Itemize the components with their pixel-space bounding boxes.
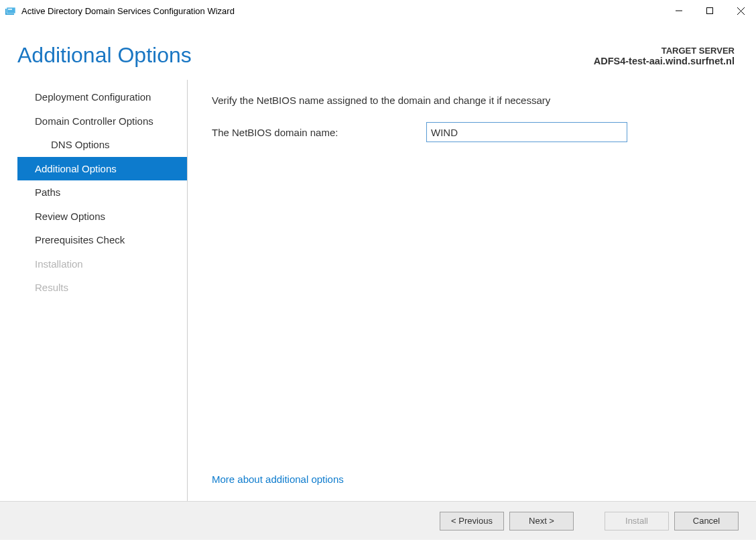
sidebar-item-installation: Installation	[17, 252, 187, 276]
wizard-steps-sidebar: Deployment Configuration Domain Controll…	[17, 80, 188, 501]
netbios-field-row: The NetBIOS domain name:	[212, 122, 735, 142]
sidebar-item-domain-controller-options[interactable]: Domain Controller Options	[17, 109, 187, 133]
svg-rect-1	[7, 7, 15, 13]
install-button: Install	[605, 512, 669, 531]
sidebar-item-paths[interactable]: Paths	[17, 180, 187, 205]
wizard-content: Verify the NetBIOS name assigned to the …	[188, 80, 756, 501]
target-server-block: TARGET SERVER ADFS4-test-aai.wind.surfne…	[594, 43, 735, 66]
wizard-header: Additional Options TARGET SERVER ADFS4-t…	[0, 21, 756, 80]
app-icon	[5, 5, 16, 16]
instruction-text: Verify the NetBIOS name assigned to the …	[212, 95, 735, 106]
sidebar-item-dns-options[interactable]: DNS Options	[17, 133, 187, 157]
sidebar-item-deployment-configuration[interactable]: Deployment Configuration	[17, 85, 187, 109]
wizard-footer: < Previous Next > Install Cancel	[0, 501, 756, 540]
target-server-label: TARGET SERVER	[594, 46, 735, 56]
wizard-body: Deployment Configuration Domain Controll…	[0, 80, 756, 501]
sidebar-item-additional-options[interactable]: Additional Options	[17, 157, 187, 181]
titlebar: Active Directory Domain Services Configu…	[0, 0, 756, 21]
svg-rect-4	[707, 8, 713, 14]
netbios-domain-name-input[interactable]	[426, 122, 627, 142]
target-server-value: ADFS4-test-aai.wind.surfnet.nl	[594, 56, 735, 66]
more-about-link[interactable]: More about additional options	[212, 473, 735, 485]
svg-rect-2	[8, 9, 12, 10]
close-button[interactable]	[725, 0, 756, 21]
sidebar-item-results: Results	[17, 276, 187, 300]
netbios-field-label: The NetBIOS domain name:	[212, 127, 426, 138]
sidebar-item-prerequisites-check[interactable]: Prerequisites Check	[17, 228, 187, 252]
window-controls	[664, 0, 756, 21]
cancel-button[interactable]: Cancel	[674, 512, 739, 531]
sidebar-item-review-options[interactable]: Review Options	[17, 205, 187, 229]
minimize-button[interactable]	[664, 0, 694, 21]
maximize-button[interactable]	[694, 0, 725, 21]
next-button[interactable]: Next >	[509, 512, 574, 531]
previous-button[interactable]: < Previous	[440, 512, 504, 531]
page-title: Additional Options	[17, 43, 192, 68]
window-title: Active Directory Domain Services Configu…	[21, 6, 235, 16]
